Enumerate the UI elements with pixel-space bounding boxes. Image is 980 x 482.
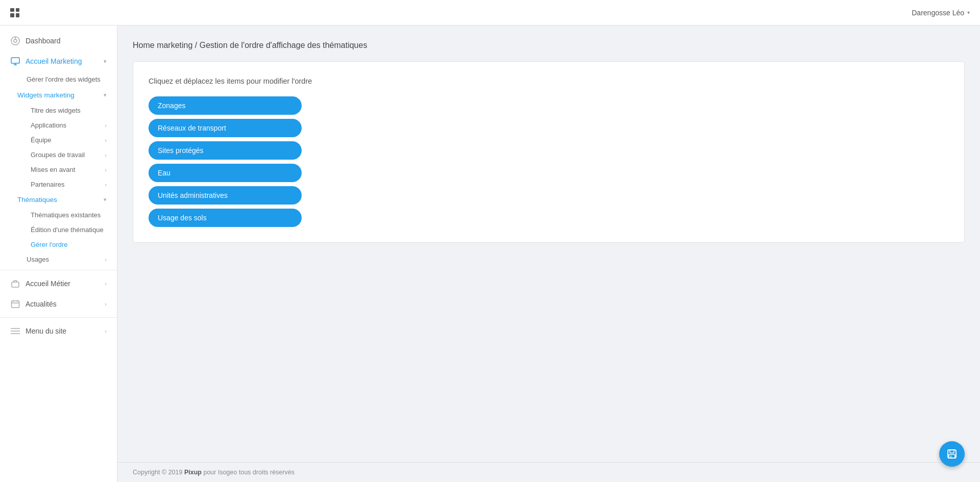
drag-item[interactable]: Unités administratives xyxy=(149,186,302,205)
applications-chevron-icon: › xyxy=(105,122,107,129)
breadcrumb: Home marketing / Gestion de l'ordre d'af… xyxy=(133,41,965,50)
menu-du-site-chevron-icon: › xyxy=(105,328,107,334)
sidebar-item-applications[interactable]: Applications › xyxy=(0,118,117,133)
main-content: Home marketing / Gestion de l'ordre d'af… xyxy=(117,26,980,482)
topbar: Darengosse Léo ▾ xyxy=(0,0,980,26)
sidebar-item-actualites-label: Actualités xyxy=(26,300,100,308)
svg-rect-16 xyxy=(949,454,955,458)
drag-item[interactable]: Zonages xyxy=(149,96,302,115)
sidebar-item-accueil-marketing-label: Accueil Marketing xyxy=(26,57,99,65)
sidebar-item-dashboard[interactable]: Dashboard xyxy=(0,31,117,51)
drag-item[interactable]: Eau xyxy=(149,164,302,182)
svg-rect-7 xyxy=(12,301,19,308)
usages-chevron-icon: › xyxy=(105,257,107,263)
sidebar-item-accueil-marketing[interactable]: Accueil Marketing ▾ xyxy=(0,51,117,71)
footer-suffix: pour Isogeo tous droits réservés xyxy=(202,469,295,476)
sidebar-item-thematiques[interactable]: Thématiques ▾ xyxy=(0,192,117,208)
save-fab-button[interactable] xyxy=(939,441,965,467)
widgets-marketing-chevron-icon: ▾ xyxy=(104,92,107,98)
sidebar-item-applications-label: Applications xyxy=(31,121,66,129)
sidebar-item-usages-label: Usages xyxy=(27,256,49,263)
calendar-icon xyxy=(10,299,20,309)
user-chevron-icon: ▾ xyxy=(967,10,970,15)
sidebar-item-groupes-travail[interactable]: Groupes de travail › xyxy=(0,147,117,162)
svg-rect-6 xyxy=(12,282,19,287)
sidebar-item-thematiques-existantes-label: Thématiques existantes xyxy=(31,211,101,219)
sidebar-item-widgets-marketing[interactable]: Widgets marketing ▾ xyxy=(0,87,117,103)
svg-rect-3 xyxy=(11,58,19,63)
sidebar-item-mises-en-avant[interactable]: Mises en avant › xyxy=(0,162,117,177)
grid-icon[interactable] xyxy=(10,8,19,17)
sidebar-item-dashboard-label: Dashboard xyxy=(26,37,107,45)
sidebar-item-edition-thematique[interactable]: Édition d'une thématique xyxy=(0,222,117,237)
dashboard-icon xyxy=(10,36,20,46)
sidebar-item-titre-widgets-label: Titre des widgets xyxy=(31,107,81,114)
sidebar-item-widgets-marketing-label: Widgets marketing xyxy=(17,91,75,99)
sidebar-item-gerer-widgets-label: Gérer l'ordre des widgets xyxy=(27,75,101,83)
sidebar-item-thematiques-label: Thématiques xyxy=(17,196,57,204)
drag-item[interactable]: Sites protégés xyxy=(149,141,302,160)
sidebar-item-gerer-ordre[interactable]: Gérer l'ordre xyxy=(0,237,117,252)
sidebar-item-edition-thematique-label: Édition d'une thématique xyxy=(31,226,104,234)
sidebar-item-partenaires-label: Partenaires xyxy=(31,181,64,188)
sidebar: Dashboard Accueil Marketing ▾ Gérer l'or… xyxy=(0,26,117,482)
sidebar-item-gerer-widgets[interactable]: Gérer l'ordre des widgets xyxy=(0,71,117,87)
drag-item[interactable]: Réseaux de transport xyxy=(149,119,302,137)
drag-item[interactable]: Usage des sols xyxy=(149,209,302,227)
sidebar-item-thematiques-existantes[interactable]: Thématiques existantes xyxy=(0,208,117,222)
sidebar-item-accueil-metier[interactable]: Accueil Métier › xyxy=(0,273,117,294)
sidebar-item-groupes-travail-label: Groupes de travail xyxy=(31,151,85,159)
footer-text: Copyright © 2019 xyxy=(133,469,184,476)
equipe-chevron-icon: › xyxy=(105,137,107,143)
actualites-chevron-icon: › xyxy=(105,301,107,307)
svg-point-1 xyxy=(14,39,17,42)
sidebar-item-accueil-metier-label: Accueil Métier xyxy=(26,280,100,288)
sidebar-item-partenaires[interactable]: Partenaires › xyxy=(0,177,117,192)
footer: Copyright © 2019 Pixup pour Isogeo tous … xyxy=(117,462,980,482)
footer-brand: Pixup xyxy=(184,469,202,476)
sidebar-item-menu-du-site-label: Menu du site xyxy=(26,327,100,335)
accueil-metier-chevron-icon: › xyxy=(105,281,107,287)
sidebar-item-equipe[interactable]: Équipe › xyxy=(0,133,117,147)
card-instruction: Cliquez et déplacez les items pour modif… xyxy=(149,77,949,85)
partenaires-chevron-icon: › xyxy=(105,182,107,188)
menu-icon xyxy=(10,326,20,336)
accueil-marketing-chevron-icon: ▾ xyxy=(104,58,107,65)
sidebar-item-equipe-label: Équipe xyxy=(31,136,51,144)
svg-rect-15 xyxy=(950,450,954,453)
sidebar-item-gerer-ordre-label: Gérer l'ordre xyxy=(31,241,68,248)
sidebar-divider-2 xyxy=(0,317,117,318)
sidebar-item-actualites[interactable]: Actualités › xyxy=(0,294,117,314)
monitor-icon xyxy=(10,56,20,66)
sidebar-item-mises-en-avant-label: Mises en avant xyxy=(31,166,75,173)
thematiques-chevron-icon: ▾ xyxy=(104,196,107,203)
drag-items-list: ZonagesRéseaux de transportSites protégé… xyxy=(149,96,302,227)
groupes-travail-chevron-icon: › xyxy=(105,152,107,158)
sidebar-item-usages[interactable]: Usages › xyxy=(0,252,117,267)
order-card: Cliquez et déplacez les items pour modif… xyxy=(133,61,965,243)
user-name: Darengosse Léo xyxy=(912,9,964,17)
sidebar-item-menu-du-site[interactable]: Menu du site › xyxy=(0,321,117,341)
sidebar-divider-1 xyxy=(0,270,117,270)
mises-en-avant-chevron-icon: › xyxy=(105,167,107,173)
sidebar-item-titre-widgets[interactable]: Titre des widgets xyxy=(0,103,117,118)
user-menu[interactable]: Darengosse Léo ▾ xyxy=(912,9,970,17)
briefcase-icon xyxy=(10,278,20,289)
